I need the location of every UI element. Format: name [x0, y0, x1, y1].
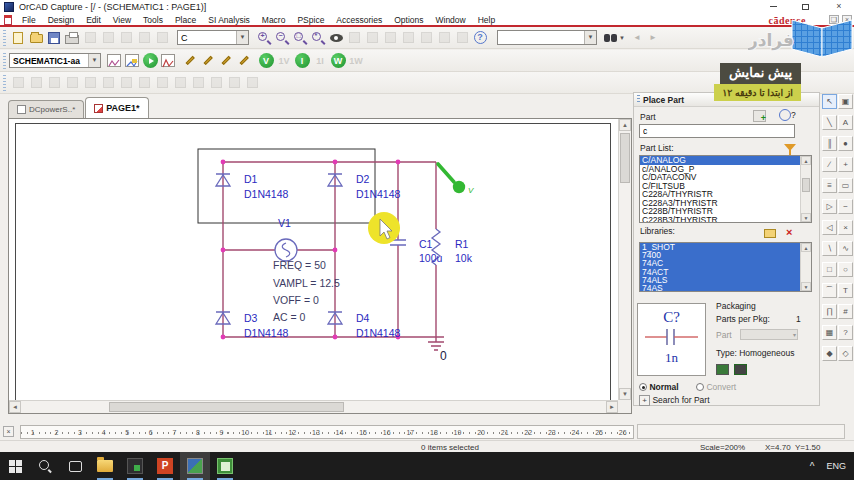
filter-funnel-icon[interactable] — [784, 144, 796, 151]
libraries-scrollbar[interactable]: ▲ ▼ — [800, 243, 811, 291]
capture-session-log-icon[interactable] — [120, 452, 150, 480]
part-list[interactable]: C/ANALOGc/ANALOG_PC/DATACONVC/FILTSUBC22… — [639, 155, 812, 223]
horizontal-scroll-thumb[interactable] — [109, 402, 344, 412]
open-document-button[interactable] — [27, 29, 45, 46]
menu-item[interactable]: Place — [169, 15, 202, 25]
language-indicator[interactable]: ENG — [826, 461, 846, 471]
place-rectangle-tool[interactable]: □ — [822, 262, 837, 277]
part-help-icon[interactable]: ? — [779, 109, 796, 121]
taskbar-search-icon[interactable] — [30, 452, 60, 480]
menu-item[interactable]: PSpice — [291, 15, 330, 25]
part-list-scrollbar[interactable]: ▲ ▼ — [800, 156, 811, 222]
zoom-area-button[interactable]: □ — [291, 29, 309, 46]
library-list-item[interactable]: 74AS — [640, 284, 800, 292]
search-dropdown-icon[interactable]: ▼ — [584, 31, 596, 44]
find-part-input[interactable] — [178, 32, 235, 44]
place-port-tool[interactable]: ▷ — [822, 199, 837, 214]
marker-pencil-4-icon[interactable] — [235, 52, 253, 69]
remove-library-icon[interactable]: × — [786, 226, 792, 238]
part-list-scroll-thumb[interactable] — [802, 178, 810, 192]
extra-tool-1[interactable]: ◆ — [822, 346, 837, 361]
power-marker-button[interactable]: W — [329, 52, 347, 69]
library-list-item[interactable]: 7400 — [640, 251, 800, 259]
maximize-button[interactable] — [798, 1, 812, 13]
menu-item[interactable]: File — [16, 15, 42, 25]
horizontal-scrollbar[interactable]: ◄ ► — [9, 400, 618, 413]
place-part-tool[interactable]: ▣ — [838, 94, 853, 109]
place-net-alias-tool[interactable]: A — [838, 115, 853, 130]
normal-radio-icon[interactable] — [639, 383, 647, 391]
zoom-all-button[interactable]: * — [309, 29, 327, 46]
marker-pencil-1-icon[interactable] — [181, 52, 199, 69]
help-button[interactable]: ? — [471, 29, 489, 46]
add-library-icon[interactable] — [764, 229, 776, 238]
scroll-down-icon[interactable]: ▼ — [619, 388, 631, 400]
place-line-tool[interactable]: ∖ — [822, 241, 837, 256]
scroll-left-icon[interactable]: ◄ — [9, 401, 21, 413]
new-document-button[interactable] — [9, 29, 27, 46]
place-hier-block-tool[interactable]: ▭ — [838, 178, 853, 193]
place-polyline-tool[interactable]: ∿ — [838, 241, 853, 256]
place-text-tool[interactable]: T — [838, 283, 853, 298]
binoculars-caret-icon[interactable]: ▼ — [619, 35, 625, 41]
menu-item[interactable]: Design — [42, 15, 80, 25]
menu-item[interactable]: Options — [388, 15, 429, 25]
place-bus-entry-tool[interactable]: ∕ — [822, 157, 837, 172]
zoom-in-button[interactable]: + — [255, 29, 273, 46]
zoom-out-button[interactable]: − — [273, 29, 291, 46]
scroll-right-icon[interactable]: ► — [606, 401, 618, 413]
place-power-tool[interactable]: + — [838, 157, 853, 172]
scroll-up-icon[interactable]: ▲ — [801, 156, 811, 165]
search-for-part-expander[interactable]: + Search for Part — [639, 395, 710, 406]
view-sim-results-button[interactable] — [159, 52, 177, 69]
menu-item[interactable]: Accessories — [330, 15, 388, 25]
libraries-list[interactable]: 1_SHOT740074AC74ACT74ALS74AS ▲ ▼ — [639, 242, 812, 292]
file-explorer-icon[interactable] — [90, 452, 120, 480]
extra-tool-2[interactable]: ◇ — [838, 346, 853, 361]
scroll-down-icon[interactable]: ▼ — [801, 282, 811, 291]
search-combo[interactable]: ▼ — [497, 30, 597, 45]
run-pspice-button[interactable] — [141, 52, 159, 69]
select-tool[interactable]: ↖ — [822, 94, 837, 109]
combo-dropdown-icon[interactable]: ▼ — [236, 31, 248, 44]
menu-item[interactable]: SI Analysis — [202, 15, 256, 25]
menu-item[interactable]: Window — [429, 15, 471, 25]
place-ellipse-tool[interactable]: ○ — [838, 262, 853, 277]
menu-item[interactable]: Macro — [256, 15, 292, 25]
page-tab[interactable]: PAGE1* — [85, 97, 148, 118]
print-button[interactable] — [63, 29, 81, 46]
place-wire-tool[interactable]: ╲ — [822, 115, 837, 130]
tray-expand-icon[interactable]: ^ — [810, 461, 815, 472]
snap-grid-tool[interactable]: # — [838, 304, 853, 319]
minimize-button[interactable] — [766, 1, 780, 13]
place-bus-tool[interactable]: ║ — [822, 136, 837, 151]
edit-sim-profile-button[interactable] — [123, 52, 141, 69]
orcad-capture-taskbar-icon[interactable] — [180, 452, 210, 480]
pcb-view-icon[interactable] — [734, 364, 747, 375]
start-button[interactable] — [0, 452, 30, 480]
place-junction-tool[interactable]: ● — [838, 136, 853, 151]
part-list-item[interactable]: C228B3/THYRISTR — [640, 216, 800, 224]
place-no-connect-tool[interactable]: × — [838, 220, 853, 235]
place-pin-tool[interactable]: − — [838, 199, 853, 214]
scroll-down-icon[interactable]: ▼ — [801, 213, 811, 222]
menu-item[interactable]: View — [107, 15, 137, 25]
part-name-field[interactable] — [639, 124, 795, 138]
vertical-scrollbar[interactable]: ▲ ▼ — [618, 119, 631, 400]
search-input[interactable] — [498, 32, 583, 44]
area-zoom-tool[interactable]: ▦ — [822, 325, 837, 340]
find-part-combo[interactable]: ▼ — [177, 30, 249, 45]
place-ground-tool[interactable]: ≡ — [822, 178, 837, 193]
simulation-profile-input[interactable] — [10, 55, 87, 67]
place-ieee-tool[interactable]: ∏ — [822, 304, 837, 319]
pspice-taskbar-icon[interactable] — [210, 452, 240, 480]
library-list-item[interactable]: 74ALS — [640, 276, 800, 284]
footprint-view-icon[interactable] — [716, 364, 729, 375]
marker-pencil-2-icon[interactable] — [199, 52, 217, 69]
page-tab[interactable]: DCpowerS..* — [8, 100, 84, 118]
powerpoint-icon[interactable]: P — [150, 452, 180, 480]
marker-pencil-3-icon[interactable] — [217, 52, 235, 69]
ruler-close-icon[interactable]: × — [3, 426, 14, 437]
expander-plus-icon[interactable]: + — [639, 395, 650, 406]
voltage-marker-button[interactable]: V — [257, 52, 275, 69]
